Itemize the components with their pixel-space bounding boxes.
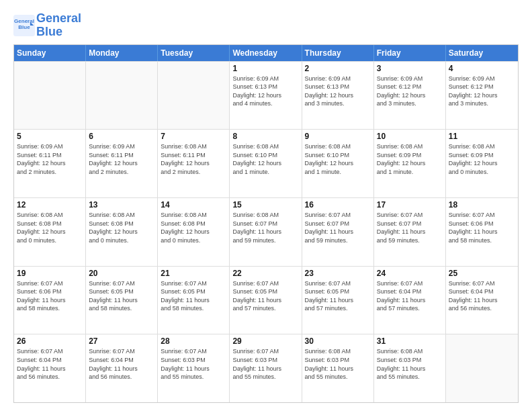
- day-number: 31: [377, 336, 443, 346]
- day-info: Sunrise: 6:07 AM Sunset: 6:03 PM Dayligh…: [161, 347, 226, 381]
- week-row-4: 26Sunrise: 6:07 AM Sunset: 6:04 PM Dayli…: [14, 334, 518, 402]
- day-cell-17: 17Sunrise: 6:07 AM Sunset: 6:07 PM Dayli…: [374, 198, 446, 266]
- day-cell-1: 1Sunrise: 6:09 AM Sunset: 6:13 PM Daylig…: [230, 62, 302, 130]
- day-cell-14: 14Sunrise: 6:08 AM Sunset: 6:08 PM Dayli…: [158, 198, 230, 266]
- day-cell-5: 5Sunrise: 6:09 AM Sunset: 6:11 PM Daylig…: [14, 130, 86, 197]
- day-number: 20: [89, 269, 154, 278]
- day-info: Sunrise: 6:07 AM Sunset: 6:04 PM Dayligh…: [377, 279, 443, 313]
- day-cell-22: 22Sunrise: 6:07 AM Sunset: 6:05 PM Dayli…: [230, 267, 302, 334]
- week-row-1: 5Sunrise: 6:09 AM Sunset: 6:11 PM Daylig…: [14, 129, 518, 197]
- day-cell-2: 2Sunrise: 6:09 AM Sunset: 6:13 PM Daylig…: [302, 62, 374, 130]
- empty-cell: [158, 62, 230, 130]
- day-info: Sunrise: 6:08 AM Sunset: 6:08 PM Dayligh…: [89, 211, 154, 244]
- day-number: 27: [89, 336, 154, 346]
- day-cell-6: 6Sunrise: 6:09 AM Sunset: 6:11 PM Daylig…: [86, 130, 158, 197]
- day-number: 1: [232, 64, 298, 73]
- day-number: 19: [17, 269, 83, 278]
- day-number: 4: [449, 64, 515, 73]
- day-number: 3: [377, 64, 443, 73]
- empty-cell: [14, 62, 86, 130]
- day-number: 17: [377, 200, 443, 210]
- day-number: 30: [305, 336, 371, 346]
- day-cell-23: 23Sunrise: 6:07 AM Sunset: 6:05 PM Dayli…: [302, 267, 374, 334]
- day-cell-15: 15Sunrise: 6:08 AM Sunset: 6:07 PM Dayli…: [230, 198, 302, 266]
- day-info: Sunrise: 6:07 AM Sunset: 6:03 PM Dayligh…: [232, 347, 298, 381]
- day-number: 29: [232, 336, 298, 346]
- empty-cell: [446, 334, 518, 402]
- header-day-thursday: Thursday: [302, 45, 374, 61]
- header-day-friday: Friday: [374, 45, 446, 61]
- day-cell-4: 4Sunrise: 6:09 AM Sunset: 6:12 PM Daylig…: [446, 62, 518, 130]
- day-info: Sunrise: 6:07 AM Sunset: 6:07 PM Dayligh…: [377, 211, 443, 244]
- day-info: Sunrise: 6:09 AM Sunset: 6:12 PM Dayligh…: [449, 75, 515, 108]
- day-info: Sunrise: 6:07 AM Sunset: 6:04 PM Dayligh…: [17, 347, 83, 381]
- logo-text: GeneralBlue: [36, 12, 81, 39]
- day-info: Sunrise: 6:08 AM Sunset: 6:10 PM Dayligh…: [232, 142, 298, 176]
- header-day-sunday: Sunday: [14, 45, 86, 61]
- day-info: Sunrise: 6:09 AM Sunset: 6:11 PM Dayligh…: [17, 142, 83, 176]
- day-cell-31: 31Sunrise: 6:08 AM Sunset: 6:03 PM Dayli…: [374, 334, 446, 402]
- day-number: 11: [449, 132, 515, 141]
- day-cell-18: 18Sunrise: 6:07 AM Sunset: 6:06 PM Dayli…: [446, 198, 518, 266]
- day-info: Sunrise: 6:08 AM Sunset: 6:08 PM Dayligh…: [161, 211, 226, 244]
- day-info: Sunrise: 6:08 AM Sunset: 6:08 PM Dayligh…: [17, 211, 83, 244]
- day-number: 15: [232, 200, 298, 210]
- day-info: Sunrise: 6:09 AM Sunset: 6:13 PM Dayligh…: [305, 75, 371, 108]
- header: General Blue GeneralBlue: [13, 12, 519, 39]
- logo-icon: General Blue: [13, 15, 35, 36]
- week-row-2: 12Sunrise: 6:08 AM Sunset: 6:08 PM Dayli…: [14, 197, 518, 266]
- day-number: 10: [377, 132, 443, 141]
- header-day-saturday: Saturday: [446, 45, 518, 61]
- day-cell-11: 11Sunrise: 6:08 AM Sunset: 6:09 PM Dayli…: [446, 130, 518, 197]
- day-number: 26: [17, 336, 83, 346]
- day-cell-3: 3Sunrise: 6:09 AM Sunset: 6:12 PM Daylig…: [374, 62, 446, 130]
- day-info: Sunrise: 6:07 AM Sunset: 6:06 PM Dayligh…: [449, 211, 515, 244]
- day-info: Sunrise: 6:08 AM Sunset: 6:09 PM Dayligh…: [377, 142, 443, 176]
- day-cell-7: 7Sunrise: 6:08 AM Sunset: 6:11 PM Daylig…: [158, 130, 230, 197]
- calendar-body: 1Sunrise: 6:09 AM Sunset: 6:13 PM Daylig…: [14, 61, 518, 402]
- day-number: 8: [232, 132, 298, 141]
- day-cell-10: 10Sunrise: 6:08 AM Sunset: 6:09 PM Dayli…: [374, 130, 446, 197]
- day-number: 12: [17, 200, 83, 210]
- calendar: SundayMondayTuesdayWednesdayThursdayFrid…: [13, 44, 519, 403]
- day-number: 24: [377, 269, 443, 278]
- day-info: Sunrise: 6:08 AM Sunset: 6:09 PM Dayligh…: [449, 142, 515, 176]
- day-info: Sunrise: 6:07 AM Sunset: 6:04 PM Dayligh…: [89, 347, 154, 381]
- svg-text:Blue: Blue: [18, 24, 30, 30]
- page: General Blue GeneralBlue SundayMondayTue…: [0, 0, 532, 411]
- day-info: Sunrise: 6:09 AM Sunset: 6:11 PM Dayligh…: [89, 142, 154, 176]
- day-cell-13: 13Sunrise: 6:08 AM Sunset: 6:08 PM Dayli…: [86, 198, 158, 266]
- day-number: 22: [232, 269, 298, 278]
- day-cell-9: 9Sunrise: 6:08 AM Sunset: 6:10 PM Daylig…: [302, 130, 374, 197]
- day-cell-30: 30Sunrise: 6:08 AM Sunset: 6:03 PM Dayli…: [302, 334, 374, 402]
- day-number: 7: [161, 132, 226, 141]
- empty-cell: [86, 62, 158, 130]
- day-info: Sunrise: 6:07 AM Sunset: 6:07 PM Dayligh…: [305, 211, 371, 244]
- day-info: Sunrise: 6:07 AM Sunset: 6:05 PM Dayligh…: [89, 279, 154, 313]
- day-info: Sunrise: 6:07 AM Sunset: 6:04 PM Dayligh…: [449, 279, 515, 313]
- day-info: Sunrise: 6:09 AM Sunset: 6:12 PM Dayligh…: [377, 75, 443, 108]
- header-day-wednesday: Wednesday: [230, 45, 302, 61]
- logo: General Blue GeneralBlue: [13, 12, 81, 39]
- week-row-0: 1Sunrise: 6:09 AM Sunset: 6:13 PM Daylig…: [14, 61, 518, 130]
- day-info: Sunrise: 6:08 AM Sunset: 6:03 PM Dayligh…: [377, 347, 443, 381]
- day-info: Sunrise: 6:07 AM Sunset: 6:05 PM Dayligh…: [161, 279, 226, 313]
- day-cell-16: 16Sunrise: 6:07 AM Sunset: 6:07 PM Dayli…: [302, 198, 374, 266]
- day-number: 14: [161, 200, 226, 210]
- day-info: Sunrise: 6:07 AM Sunset: 6:05 PM Dayligh…: [305, 279, 371, 313]
- day-cell-20: 20Sunrise: 6:07 AM Sunset: 6:05 PM Dayli…: [86, 267, 158, 334]
- day-number: 5: [17, 132, 83, 141]
- week-row-3: 19Sunrise: 6:07 AM Sunset: 6:06 PM Dayli…: [14, 266, 518, 334]
- day-number: 18: [449, 200, 515, 210]
- day-info: Sunrise: 6:09 AM Sunset: 6:13 PM Dayligh…: [232, 75, 298, 108]
- day-cell-25: 25Sunrise: 6:07 AM Sunset: 6:04 PM Dayli…: [446, 267, 518, 334]
- day-number: 6: [89, 132, 154, 141]
- day-number: 2: [305, 64, 371, 73]
- day-cell-29: 29Sunrise: 6:07 AM Sunset: 6:03 PM Dayli…: [230, 334, 302, 402]
- day-cell-24: 24Sunrise: 6:07 AM Sunset: 6:04 PM Dayli…: [374, 267, 446, 334]
- day-cell-27: 27Sunrise: 6:07 AM Sunset: 6:04 PM Dayli…: [86, 334, 158, 402]
- day-number: 9: [305, 132, 371, 141]
- day-number: 28: [161, 336, 226, 346]
- day-info: Sunrise: 6:08 AM Sunset: 6:03 PM Dayligh…: [305, 347, 371, 381]
- day-number: 25: [449, 269, 515, 278]
